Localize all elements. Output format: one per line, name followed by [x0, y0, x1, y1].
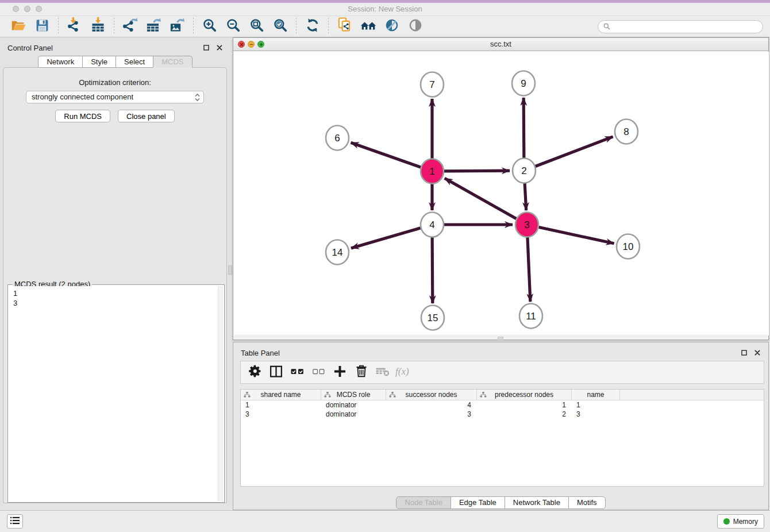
- tab-select[interactable]: Select: [116, 56, 153, 68]
- column-tree-icon: [324, 391, 331, 400]
- hide-selected-button[interactable]: [380, 17, 403, 36]
- tab-network[interactable]: Network: [38, 56, 83, 68]
- memory-button[interactable]: Memory: [717, 514, 764, 529]
- zoom-out-button[interactable]: [221, 17, 245, 36]
- save-session-button[interactable]: [30, 17, 54, 36]
- tab-edge-table[interactable]: Edge Table: [451, 496, 505, 509]
- horizontal-splitter-handle[interactable]: [498, 337, 503, 340]
- plus-icon: [333, 364, 347, 381]
- new-network-from-selection-button[interactable]: [333, 17, 356, 36]
- close-window-button[interactable]: [13, 6, 19, 12]
- trash-icon: [355, 364, 368, 380]
- open-session-button[interactable]: [7, 17, 30, 36]
- export-table-button[interactable]: [142, 17, 165, 36]
- edge-1-6[interactable]: [351, 142, 422, 167]
- graph-node-8[interactable]: 8: [615, 119, 638, 144]
- toolbar-separator: [114, 18, 114, 35]
- create-new-column-button[interactable]: [329, 363, 351, 382]
- circle-slash-icon: [384, 18, 399, 35]
- export-network-button[interactable]: [118, 17, 142, 36]
- svg-text:f(x): f(x): [395, 366, 409, 377]
- tab-style[interactable]: Style: [82, 56, 116, 68]
- show-all-button[interactable]: [403, 17, 427, 36]
- zoom-fit-content-button[interactable]: [245, 17, 268, 36]
- graph-node-3[interactable]: 3: [515, 213, 538, 237]
- optimization-criterion-select[interactable]: strongly connected component: [26, 91, 204, 103]
- close-panel-icon[interactable]: [215, 44, 224, 52]
- column-header-successor-nodes[interactable]: successor nodes: [386, 390, 477, 400]
- search-box: [598, 20, 763, 33]
- edge-2-8[interactable]: [534, 137, 613, 167]
- graph-node-6[interactable]: 6: [326, 126, 349, 151]
- select-stepper-icon: [194, 93, 201, 105]
- network-close-button[interactable]: [238, 41, 245, 48]
- task-history-button[interactable]: [7, 514, 23, 529]
- edge-3-1[interactable]: [445, 178, 518, 219]
- table-panel-title: Table Panel: [241, 349, 280, 357]
- import-table-button[interactable]: [86, 17, 110, 36]
- first-neighbors-button[interactable]: [356, 17, 380, 36]
- network-view-window: scc.txt 7968124314101511: [233, 37, 769, 340]
- delete-columns-button[interactable]: [351, 363, 372, 382]
- float-table-panel-icon[interactable]: [740, 349, 748, 357]
- clone-network-icon: [337, 17, 352, 36]
- graph-node-9[interactable]: 9: [512, 71, 535, 96]
- graph-node-7[interactable]: 7: [421, 72, 444, 97]
- gear-icon: [248, 364, 262, 380]
- graph-node-1[interactable]: 1: [421, 159, 444, 184]
- graph-node-label: 6: [334, 133, 340, 144]
- vertical-splitter-handle[interactable]: [228, 265, 232, 275]
- network-canvas[interactable]: 7968124314101511: [234, 52, 769, 336]
- network-maximize-button[interactable]: [257, 41, 264, 48]
- column-header-MCDS-role[interactable]: MCDS role: [321, 390, 386, 400]
- tab-node-table[interactable]: Node Table: [396, 496, 451, 509]
- table-panel: Table Panel f(x) shared nameMCDS rolesuc…: [233, 342, 769, 510]
- edge-4-14[interactable]: [351, 228, 422, 248]
- graph-node-15[interactable]: 15: [421, 306, 444, 330]
- mcds-result-text[interactable]: 1 3: [9, 286, 218, 501]
- graph-node-10[interactable]: 10: [617, 234, 640, 259]
- graph-node-2[interactable]: 2: [513, 159, 536, 183]
- graph-node-14[interactable]: 14: [326, 240, 349, 265]
- graph-node-11[interactable]: 11: [519, 304, 542, 329]
- main-toolbar: [0, 16, 770, 37]
- edge-1-2[interactable]: [443, 171, 510, 171]
- zoom-selected-region-button[interactable]: [268, 17, 292, 36]
- column-header-label: successor nodes: [405, 391, 457, 399]
- zoom-window-button[interactable]: [36, 6, 42, 12]
- tab-network-table[interactable]: Network Table: [505, 496, 569, 509]
- search-input[interactable]: [598, 20, 763, 33]
- table-settings-button[interactable]: [244, 363, 265, 382]
- column-header-predecessor-nodes[interactable]: predecessor nodes: [477, 390, 572, 400]
- zoom-in-button[interactable]: [198, 17, 221, 36]
- edge-3-10[interactable]: [538, 227, 614, 244]
- edge-4-15[interactable]: [432, 236, 433, 303]
- apply-preferred-layout-button[interactable]: [301, 17, 324, 36]
- result-scrollbar[interactable]: [218, 286, 223, 501]
- toggle-table-layout-button[interactable]: [265, 363, 287, 382]
- close-panel-button[interactable]: Close panel: [118, 110, 175, 122]
- network-minimize-button[interactable]: [248, 41, 255, 48]
- close-table-panel-icon[interactable]: [753, 349, 761, 357]
- edge-3-11[interactable]: [528, 236, 530, 302]
- import-network-button[interactable]: [63, 17, 86, 36]
- tab-mcds[interactable]: MCDS: [153, 56, 192, 68]
- edge-2-9[interactable]: [523, 98, 524, 160]
- graph-node-4[interactable]: 4: [421, 213, 444, 237]
- export-image-button[interactable]: [165, 17, 189, 36]
- table-cell: 3: [572, 410, 620, 418]
- table-row[interactable]: 1dominator411: [241, 400, 764, 410]
- run-mcds-button[interactable]: Run MCDS: [55, 110, 110, 122]
- table-row[interactable]: 3dominator323: [241, 410, 764, 419]
- mcds-result-group: MCDS result (2 nodes) 1 3: [7, 284, 225, 503]
- unselect-all-columns-button[interactable]: [308, 363, 329, 382]
- column-header-shared-name[interactable]: shared name: [241, 390, 321, 400]
- tab-motifs[interactable]: Motifs: [568, 496, 606, 509]
- main-titlebar: Session: New Session: [0, 3, 770, 16]
- edge-2-3[interactable]: [525, 182, 526, 210]
- select-all-columns-button[interactable]: [287, 363, 308, 382]
- minimize-window-button[interactable]: [24, 6, 30, 12]
- float-panel-icon[interactable]: [202, 44, 210, 52]
- split-columns-icon: [269, 364, 283, 381]
- column-header-name[interactable]: name: [572, 390, 620, 400]
